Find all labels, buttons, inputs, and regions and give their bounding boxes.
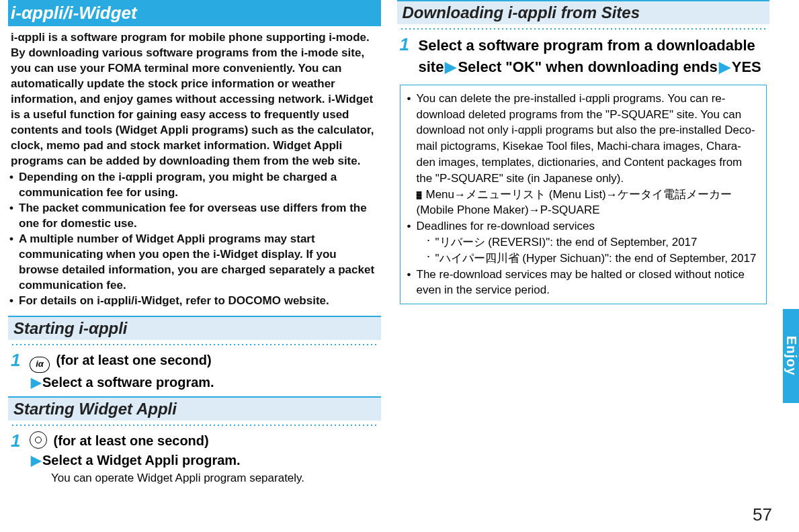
i-alpha-key-icon: iα (30, 357, 50, 373)
step-text: Select a software program. (42, 375, 214, 390)
play-arrow-icon: ▶ (31, 453, 41, 468)
step-text: (for at least one second) (52, 353, 212, 367)
box-subitem: "ハイパー四川省 (Hyper Sichuan)": the end of Se… (435, 251, 757, 267)
divider (400, 27, 767, 31)
box-text: Deadlines for re-download services (417, 220, 595, 232)
box-text: You can delete the pre-installed i-αppli… (417, 92, 755, 185)
section-heading-starting-widget: Starting Widget Appli (8, 396, 381, 420)
bullet-text: The packet communication fee for oversea… (19, 201, 378, 232)
navigation-ring-icon (30, 431, 47, 449)
step-note: You can operate Widget Appli program sep… (30, 470, 304, 487)
play-arrow-icon: ▶ (719, 58, 730, 75)
divider (11, 343, 378, 347)
intro-paragraph: i-αppli is a software program for mobile… (8, 30, 381, 170)
main-heading: i-αppli/i-Widget (8, 0, 381, 26)
step-text: (for at least one second) (50, 433, 209, 448)
step-number: 1 (11, 351, 30, 392)
intro-bullets: •Depending on the i-αppli program, you m… (8, 170, 381, 311)
box-text: The re-download services may be halted o… (417, 267, 760, 299)
section-heading-downloading: Downloading i-αppli from Sites (397, 0, 770, 24)
divider (11, 423, 378, 427)
bullet-text: Depending on the i-αppli program, you mi… (19, 170, 378, 201)
box-subitem: "リバーシ (REVERSI)": the end of September, … (435, 234, 698, 251)
step-text: Select "OK" when downloading ends (458, 58, 717, 75)
bullet-text: For details on i-αppli/i-Widget, refer t… (19, 294, 329, 309)
step-number: 1 (11, 431, 30, 487)
bullet-text: A multiple number of Widget Appli progra… (19, 232, 378, 294)
play-arrow-icon: ▶ (445, 58, 456, 75)
step-text: YES (732, 58, 761, 75)
side-tab: Enjoy (783, 309, 799, 403)
play-arrow-icon: ▶ (31, 375, 41, 390)
step-number: 1 (400, 35, 419, 78)
menu-grid-icon: ■■■■■■ (417, 191, 425, 199)
info-box: • You can delete the pre-installed i-αpp… (400, 85, 767, 304)
step-text: Select a Widget Appli program. (42, 453, 241, 468)
menu-path: Menu→メニューリスト (Menu List)→ケータイ電話メーカー (Mob… (417, 188, 732, 217)
section-heading-starting-iappli: Starting i-αppli (8, 316, 381, 340)
page-number: 57 (753, 504, 772, 525)
